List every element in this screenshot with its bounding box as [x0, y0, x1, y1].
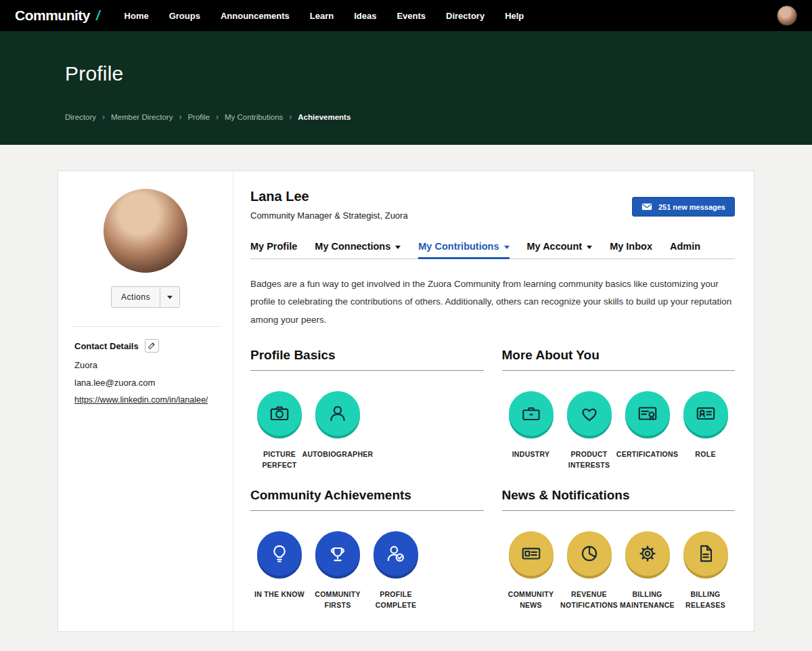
- section-more-about-you: More About You INDUSTRY PROD: [502, 348, 736, 471]
- contact-details-section: Contact Details Zuora lana.lee@zuora.com…: [68, 339, 223, 405]
- tab-my-connections[interactable]: My Connections: [315, 237, 401, 259]
- badge-label: COMMUNITY FIRSTS: [309, 589, 367, 611]
- pie-chart-icon: [578, 542, 601, 565]
- badge-label: COMMUNITY NEWS: [502, 589, 560, 611]
- badge-picture-perfect[interactable]: PICTURE PERFECT: [250, 391, 309, 471]
- section-community-achievements: Community Achievements IN THE KNOW: [250, 488, 484, 611]
- section-profile-basics: Profile Basics PICTURE PERFECT: [250, 348, 484, 471]
- id-card-icon: [694, 402, 717, 425]
- badge-label: INDUSTRY: [512, 449, 550, 460]
- badge-sections-grid: Profile Basics PICTURE PERFECT: [250, 348, 735, 611]
- tab-admin[interactable]: Admin: [670, 237, 700, 259]
- badge-billing-releases[interactable]: BILLING RELEASES: [677, 531, 735, 611]
- badge-community-firsts[interactable]: COMMUNITY FIRSTS: [309, 531, 367, 611]
- tab-label: My Profile: [250, 241, 297, 252]
- brand-text: Community: [15, 7, 90, 24]
- member-role: Community Manager & Strategist, Zuora: [250, 210, 408, 221]
- trophy-icon: [326, 542, 349, 565]
- badge-label: CERTIFICATIONS: [616, 449, 679, 460]
- badge-certifications[interactable]: CERTIFICATIONS: [618, 391, 677, 460]
- main-content: Actions Contact Details Zuora lana.lee@z…: [0, 145, 812, 651]
- nav-item-help[interactable]: Help: [505, 11, 524, 21]
- profile-photo: [104, 189, 187, 273]
- tab-my-profile[interactable]: My Profile: [250, 237, 297, 259]
- badge-row: IN THE KNOW COMMUNITY FIRSTS: [250, 531, 484, 611]
- tab-label: My Connections: [315, 241, 390, 252]
- nav-item-announcements[interactable]: Announcements: [221, 11, 290, 21]
- divider: [71, 326, 221, 327]
- gear-icon: [636, 542, 659, 565]
- breadcrumb-separator-icon: ›: [179, 112, 181, 122]
- nav-item-learn[interactable]: Learn: [310, 11, 334, 21]
- profile-main-panel: Lana Lee Community Manager & Strategist,…: [233, 171, 754, 631]
- badges-description: Badges are a fun way to get involved in …: [250, 275, 735, 329]
- badge-autobiographer[interactable]: AUTOBIOGRAPHER: [309, 391, 367, 460]
- breadcrumb-my-contributions[interactable]: My Contributions: [225, 113, 283, 121]
- badge-label: REVENUE NOTIFICATIONS: [560, 589, 618, 611]
- briefcase-icon: [520, 402, 543, 425]
- badge-community-news[interactable]: COMMUNITY NEWS: [502, 531, 560, 611]
- brand-logo[interactable]: Community /: [15, 7, 100, 24]
- document-icon: [694, 542, 717, 565]
- tab-label: My Inbox: [610, 241, 652, 252]
- badge-in-the-know[interactable]: IN THE KNOW: [250, 531, 309, 600]
- badge-label: BILLING RELEASES: [677, 589, 735, 611]
- person-icon: [326, 402, 349, 425]
- user-avatar[interactable]: [777, 5, 797, 26]
- badge-industry[interactable]: INDUSTRY: [502, 391, 560, 460]
- messages-button[interactable]: 251 new messages: [632, 197, 735, 217]
- section-title: News & Notifications: [502, 488, 736, 511]
- profile-tabs: My Profile My Connections My Contributio…: [250, 237, 735, 259]
- breadcrumb-separator-icon: ›: [289, 112, 292, 122]
- tab-my-contributions[interactable]: My Contributions: [418, 237, 509, 259]
- nav-item-ideas[interactable]: Ideas: [354, 11, 376, 21]
- nav-item-home[interactable]: Home: [125, 11, 149, 21]
- badge-label: BILLING MAINTENANCE: [618, 589, 677, 611]
- breadcrumb-separator-icon: ›: [102, 112, 105, 122]
- chevron-down-icon: [504, 246, 510, 249]
- breadcrumb: Directory › Member Directory › Profile ›…: [65, 112, 747, 122]
- email-address: lana.lee@zuora.com: [74, 378, 217, 388]
- badge-role[interactable]: ROLE: [677, 391, 735, 460]
- breadcrumb-directory[interactable]: Directory: [65, 113, 96, 121]
- pencil-icon: [148, 342, 156, 350]
- tab-label: My Account: [527, 241, 583, 252]
- badge-profile-complete[interactable]: PROFILE COMPLETE: [367, 531, 425, 611]
- badge-product-interests[interactable]: PRODUCT INTERESTS: [560, 391, 618, 471]
- profile-sidebar: Actions Contact Details Zuora lana.lee@z…: [58, 171, 233, 631]
- camera-icon: [268, 402, 291, 425]
- tab-my-account[interactable]: My Account: [527, 237, 593, 259]
- tab-my-inbox[interactable]: My Inbox: [610, 237, 652, 259]
- badge-label: IN THE KNOW: [254, 589, 304, 600]
- badge-revenue-notifications[interactable]: REVENUE NOTIFICATIONS: [560, 531, 618, 611]
- breadcrumb-current-achievements: Achievements: [298, 113, 351, 121]
- member-name: Lana Lee: [250, 189, 408, 204]
- chevron-down-icon: [167, 296, 173, 299]
- nav-item-directory[interactable]: Directory: [446, 11, 484, 21]
- chevron-down-icon: [587, 246, 592, 249]
- envelope-icon: [641, 202, 652, 211]
- actions-dropdown-toggle[interactable]: [160, 287, 179, 307]
- heart-icon: [578, 402, 601, 425]
- newspaper-icon: [520, 542, 543, 565]
- section-title: More About You: [502, 348, 736, 371]
- nav-item-groups[interactable]: Groups: [169, 11, 200, 21]
- tab-label: Admin: [670, 241, 700, 252]
- badge-label: PROFILE COMPLETE: [367, 589, 425, 611]
- badge-label: ROLE: [695, 449, 715, 460]
- actions-button[interactable]: Actions: [111, 286, 180, 308]
- certificate-icon: [636, 402, 659, 425]
- primary-nav: Home Groups Announcements Learn Ideas Ev…: [125, 11, 524, 21]
- section-title: Profile Basics: [250, 348, 484, 371]
- breadcrumb-member-directory[interactable]: Member Directory: [111, 113, 173, 121]
- brand-slash: /: [96, 8, 100, 24]
- profile-card: Actions Contact Details Zuora lana.lee@z…: [58, 171, 754, 632]
- badge-label: PICTURE PERFECT: [250, 449, 309, 471]
- badge-billing-maintenance[interactable]: BILLING MAINTENANCE: [618, 531, 677, 611]
- linkedin-link[interactable]: https://www.linkedin.com/in/lanalee/: [74, 395, 208, 405]
- breadcrumb-profile[interactable]: Profile: [187, 113, 210, 121]
- edit-contact-button[interactable]: [145, 339, 159, 353]
- badge-row: COMMUNITY NEWS REVENUE NOTIFICATIONS: [502, 531, 736, 611]
- nav-item-events[interactable]: Events: [397, 11, 426, 21]
- badge-row: PICTURE PERFECT AUTOBIOGRAPHER: [250, 391, 484, 471]
